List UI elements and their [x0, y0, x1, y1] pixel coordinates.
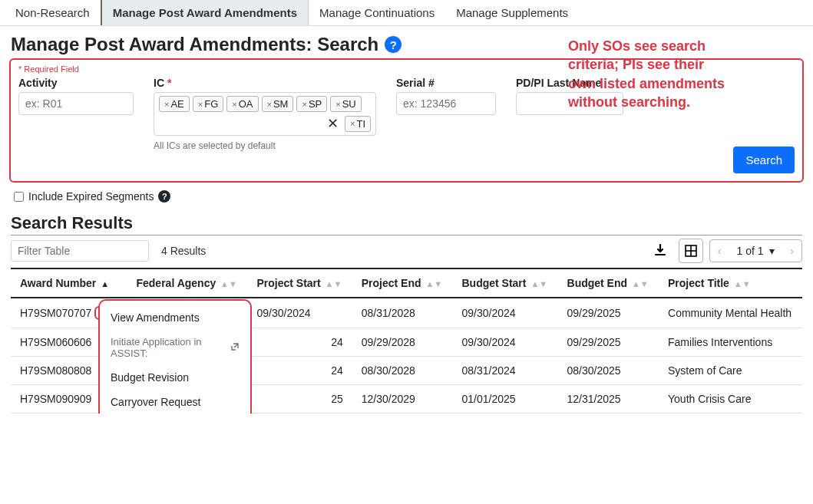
pager-prev[interactable]: ‹	[712, 242, 728, 260]
col-award[interactable]: Award Number ▲	[11, 268, 127, 298]
help-icon[interactable]: ?	[385, 36, 402, 53]
ic-chip[interactable]: × SM	[262, 96, 294, 112]
ic-chip[interactable]: × OA	[226, 96, 258, 112]
tab-manage-continuations[interactable]: Manage Continuations	[309, 0, 445, 25]
ic-hint: All ICs are selected by default	[154, 140, 376, 151]
pager-next[interactable]: ›	[784, 242, 800, 260]
tab-manage-supplements[interactable]: Manage Supplements	[445, 0, 579, 25]
col-budget-end[interactable]: Budget End ▲▼	[558, 268, 659, 298]
menu-carryover-request[interactable]: Carryover Request	[100, 390, 250, 413]
ic-chip[interactable]: × AE	[159, 96, 190, 112]
menu-budget-revision[interactable]: Budget Revision	[100, 365, 250, 390]
annotation-callout: Only SOs see search criteria; PIs see th…	[568, 37, 729, 111]
filter-table-input[interactable]	[11, 240, 149, 262]
external-link-icon	[230, 342, 240, 354]
serial-label: Serial #	[396, 77, 496, 89]
col-agency[interactable]: Federal Agency ▲▼	[127, 268, 247, 298]
ic-label: IC *	[154, 77, 376, 89]
col-budget-start[interactable]: Budget Start ▲▼	[452, 268, 557, 298]
row-actions-menu: View Amendments Initiate Application in …	[98, 299, 252, 413]
results-heading: Search Results	[11, 213, 802, 236]
serial-input[interactable]	[396, 92, 496, 115]
pager: ‹ 1 of 1 ▾ ›	[709, 239, 802, 262]
col-project-end[interactable]: Project End ▲▼	[352, 268, 453, 298]
nav-tabs: Non-Research Manage Post Award Amendment…	[0, 0, 813, 26]
help-icon[interactable]: ?	[158, 190, 170, 203]
ic-chip[interactable]: × FG	[193, 96, 224, 112]
download-icon[interactable]	[648, 239, 673, 263]
activity-input[interactable]	[18, 92, 134, 115]
result-count: 4 Results	[161, 245, 206, 257]
tab-non-research[interactable]: Non-Research	[5, 0, 102, 25]
pager-label[interactable]: 1 of 1 ▾	[731, 242, 782, 260]
menu-view-amendments[interactable]: View Amendments	[100, 305, 250, 330]
col-project-title[interactable]: Project Title ▲▼	[659, 268, 802, 298]
col-project-start[interactable]: Project Start ▲▼	[247, 268, 352, 298]
menu-section-header: Initiate Application in ASSIST:	[100, 330, 250, 365]
ic-chip[interactable]: × SP	[296, 96, 327, 112]
grid-view-icon[interactable]	[679, 239, 703, 263]
ic-chip-input[interactable]: × AE × FG × OA × SM × SP × SU ✕ × TI	[154, 92, 376, 136]
include-expired-checkbox[interactable]	[14, 192, 24, 202]
page-title: Manage Post Award Amendments: Search	[11, 34, 378, 55]
ic-chip[interactable]: × TI	[345, 116, 371, 132]
search-button[interactable]: Search	[733, 147, 795, 173]
include-expired-label: Include Expired Segments	[28, 190, 154, 203]
activity-label: Activity	[18, 77, 134, 89]
tab-manage-amendments[interactable]: Manage Post Award Amendments	[102, 0, 309, 25]
ic-chip[interactable]: × SU	[330, 96, 362, 112]
clear-all-icon[interactable]: ✕	[327, 115, 339, 132]
